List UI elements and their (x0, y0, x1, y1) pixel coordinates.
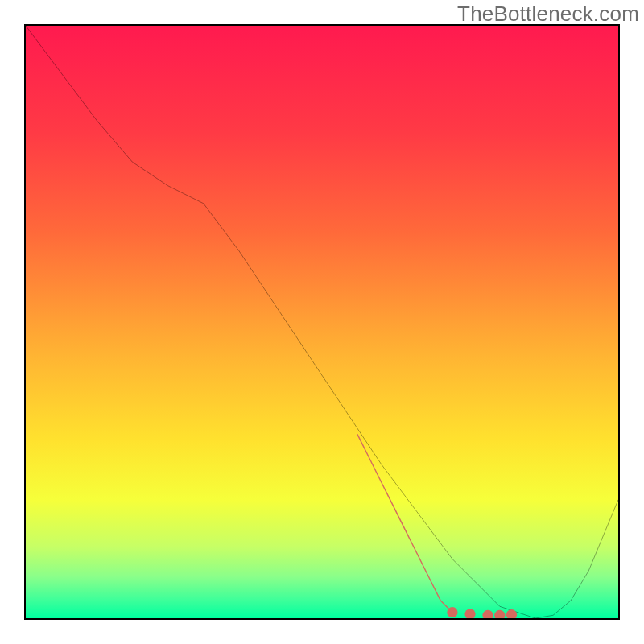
overlay-dot (447, 607, 457, 617)
chart-frame: TheBottleneck.com (0, 0, 644, 644)
bottleneck-chart (26, 26, 618, 618)
plot-area (24, 24, 620, 620)
watermark-text: TheBottleneck.com (457, 2, 639, 27)
gradient-background (26, 26, 618, 618)
